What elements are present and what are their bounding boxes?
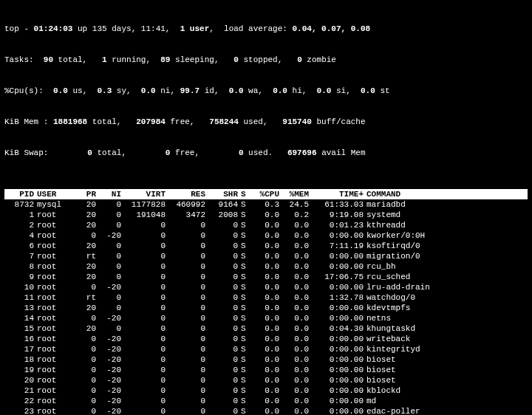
cell-time: 0:00.00: [312, 251, 366, 261]
table-row: 20root0-20000S0.00.00:00.00bioset: [4, 375, 528, 385]
cell-s: S: [241, 261, 253, 272]
cell-shr: 2008: [208, 210, 241, 220]
col-mem: %MEM: [282, 189, 312, 199]
cell-pid: 15: [4, 323, 37, 334]
cell-shr: 0: [208, 282, 241, 292]
cell-mem: 0.0: [282, 251, 312, 261]
cell-user: root: [37, 344, 74, 354]
cell-time: 0:00.00: [312, 396, 366, 406]
cell-virt: 0: [124, 323, 168, 334]
table-row: 7rootrt0000S0.00.00:00.00migration/0: [4, 251, 528, 261]
cell-cpu: 0.0: [253, 292, 282, 303]
cell-shr: 0: [208, 261, 241, 272]
cell-pid: 8732: [4, 199, 37, 210]
cell-pid: 8: [4, 261, 37, 272]
cell-cpu: 0.3: [253, 199, 282, 210]
cell-s: S: [241, 396, 253, 406]
cell-shr: 0: [208, 365, 241, 375]
cell-pr: 20: [74, 241, 99, 251]
cell-s: S: [241, 323, 253, 334]
cell-pid: 20: [4, 375, 37, 385]
cell-res: 0: [168, 375, 208, 385]
cell-mem: 0.0: [282, 230, 312, 241]
cell-s: S: [241, 313, 253, 323]
cell-cpu: 0.0: [253, 220, 282, 230]
summary-swap: KiB Swap: 0 total, 0 free, 0 used. 69769…: [4, 148, 528, 158]
cell-cpu: 0.0: [253, 230, 282, 241]
cell-s: S: [241, 334, 253, 344]
cell-s: S: [241, 220, 253, 230]
cell-mem: 0.0: [282, 282, 312, 292]
table-row: 9root200000S0.00.017:06.75rcu_sched: [4, 272, 528, 282]
cell-virt: 0: [124, 282, 168, 292]
cell-user: root: [37, 375, 74, 385]
cell-res: 0: [168, 334, 208, 344]
cell-cpu: 0.0: [253, 354, 282, 365]
cell-pr: 0: [74, 406, 99, 415]
cell-user: root: [37, 406, 74, 415]
cell-s: S: [241, 199, 253, 210]
cell-virt: 0: [124, 396, 168, 406]
cell-cmd: kworker/0:0H: [366, 230, 528, 241]
col-cpu: %CPU: [253, 189, 282, 199]
cell-pr: rt: [74, 292, 99, 303]
table-row: 4root0-20000S0.00.00:00.00kworker/0:0H: [4, 230, 528, 241]
cell-cmd: edac-poller: [366, 406, 528, 415]
cell-cmd: khungtaskd: [366, 323, 528, 334]
table-row: 21root0-20000S0.00.00:00.00kblockd: [4, 385, 528, 396]
cell-pr: 20: [74, 199, 99, 210]
cell-user: root: [37, 365, 74, 375]
cell-pr: 0: [74, 282, 99, 292]
cell-virt: 0: [124, 292, 168, 303]
cell-cpu: 0.0: [253, 375, 282, 385]
cell-shr: 0: [208, 375, 241, 385]
cell-mem: 24.5: [282, 199, 312, 210]
table-row: 23root0-20000S0.00.00:00.00edac-poller: [4, 406, 528, 415]
table-row: 15root200000S0.00.00:04.30khungtaskd: [4, 323, 528, 334]
cell-pr: 0: [74, 313, 99, 323]
cell-res: 0: [168, 230, 208, 241]
cell-pr: 20: [74, 272, 99, 282]
cell-res: 0: [168, 261, 208, 272]
cell-virt: 1177828: [124, 199, 168, 210]
cell-cpu: 0.0: [253, 313, 282, 323]
cell-res: 0: [168, 354, 208, 365]
col-res: RES: [168, 189, 208, 199]
cell-shr: 0: [208, 385, 241, 396]
cell-user: root: [37, 292, 74, 303]
cell-virt: 0: [124, 313, 168, 323]
cell-ni: -20: [99, 375, 124, 385]
cell-shr: 0: [208, 344, 241, 354]
cell-time: 0:00.00: [312, 334, 366, 344]
cell-s: S: [241, 210, 253, 220]
cell-cmd: kdevtmpfs: [366, 303, 528, 313]
cell-mem: 0.0: [282, 385, 312, 396]
cell-time: 17:06.75: [312, 272, 366, 282]
cell-time: 0:00.00: [312, 375, 366, 385]
cell-cpu: 0.0: [253, 385, 282, 396]
cell-shr: 0: [208, 230, 241, 241]
cell-cmd: kthreadd: [366, 220, 528, 230]
cell-mem: 0.0: [282, 396, 312, 406]
cell-mem: 0.0: [282, 313, 312, 323]
cell-s: S: [241, 230, 253, 241]
cell-virt: 0: [124, 406, 168, 415]
col-user: USER: [37, 189, 74, 199]
cell-cpu: 0.0: [253, 272, 282, 282]
cell-res: 0: [168, 365, 208, 375]
cell-cpu: 0.0: [253, 210, 282, 220]
table-row: 8root200000S0.00.00:00.00rcu_bh: [4, 261, 528, 272]
col-shr: SHR: [208, 189, 241, 199]
cell-cmd: bioset: [366, 375, 528, 385]
cell-user: root: [37, 385, 74, 396]
cell-pid: 2: [4, 220, 37, 230]
cell-s: S: [241, 251, 253, 261]
cell-ni: 0: [99, 303, 124, 313]
table-row: 18root0-20000S0.00.00:00.00bioset: [4, 354, 528, 365]
cell-ni: -20: [99, 334, 124, 344]
cell-cmd: md: [366, 396, 528, 406]
cell-time: 0:00.00: [312, 406, 366, 415]
cell-time: 0:00.00: [312, 313, 366, 323]
cell-res: 0: [168, 344, 208, 354]
cell-cmd: bioset: [366, 365, 528, 375]
